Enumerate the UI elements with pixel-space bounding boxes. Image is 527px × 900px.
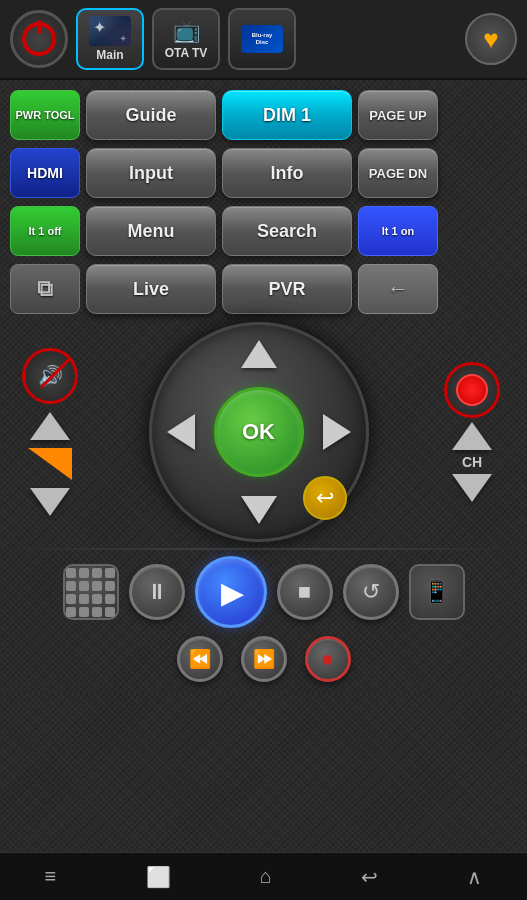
play-button[interactable]: ▶: [195, 556, 267, 628]
window-icon-button[interactable]: ⧉: [10, 264, 80, 314]
record-small-button[interactable]: ●: [305, 636, 351, 682]
replay-button[interactable]: ↺: [343, 564, 399, 620]
dpad-right[interactable]: [323, 414, 351, 450]
tab-ota-label: OTA TV: [165, 46, 208, 60]
dpad-down[interactable]: [241, 496, 277, 524]
pause-button[interactable]: ⏸: [129, 564, 185, 620]
mute-button[interactable]: 🔊: [22, 348, 78, 404]
hdmi-button[interactable]: HDMI: [10, 148, 80, 198]
grid-apps-button[interactable]: [63, 564, 119, 620]
dpad-left[interactable]: [167, 414, 195, 450]
volume-down-button[interactable]: [30, 488, 70, 516]
record-dot-icon: ●: [321, 646, 334, 672]
rewind-icon: ⏪: [189, 648, 211, 670]
android-up-button[interactable]: ∧: [467, 865, 482, 889]
tv-icon: 📺: [173, 18, 200, 44]
menu-button[interactable]: Menu: [86, 206, 216, 256]
ch-label: CH: [462, 454, 482, 470]
bluray-icon: Blu-rayDisc: [241, 25, 283, 53]
channel-up-button[interactable]: [452, 422, 492, 450]
stop-button[interactable]: ■: [277, 564, 333, 620]
playback-row-2: ⏪ ⏩ ●: [10, 636, 517, 682]
top-nav-bar: Main 📺 OTA TV Blu-rayDisc ♥: [0, 0, 527, 80]
rewind-button[interactable]: ⏪: [177, 636, 223, 682]
button-row-4: ⧉ Live PVR ←: [10, 264, 517, 314]
android-home-button[interactable]: ⌂: [260, 865, 272, 888]
dpad-up[interactable]: [241, 340, 277, 368]
page-up-button[interactable]: PAGE UP: [358, 90, 438, 140]
power-icon: [22, 22, 56, 56]
channel-column: CH: [432, 362, 512, 502]
input-button[interactable]: Input: [86, 148, 216, 198]
remote-area: PWR TOGL Guide DIM 1 PAGE UP HDMI Input …: [0, 80, 527, 694]
button-row-1: PWR TOGL Guide DIM 1 PAGE UP: [10, 90, 517, 140]
volume-indicator: [28, 448, 72, 480]
playback-row-1: ⏸ ▶ ■ ↺ 📱: [10, 556, 517, 628]
dim1-button[interactable]: DIM 1: [222, 90, 352, 140]
pvr-button[interactable]: PVR: [222, 264, 352, 314]
android-nav-bar: ≡ ⬜ ⌂ ↩ ∧: [0, 852, 527, 900]
tab-main[interactable]: Main: [76, 8, 144, 70]
fast-forward-icon: ⏩: [253, 648, 275, 670]
tab-bluray[interactable]: Blu-rayDisc: [228, 8, 296, 70]
dpad-ok[interactable]: OK: [214, 387, 304, 477]
button-row-2: HDMI Input Info PAGE DN: [10, 148, 517, 198]
search-button[interactable]: Search: [222, 206, 352, 256]
favorites-button[interactable]: ♥: [465, 13, 517, 65]
record-button[interactable]: [444, 362, 500, 418]
dpad-row: 🔊 OK ↩: [10, 322, 517, 542]
remote-settings-button[interactable]: 📱: [409, 564, 465, 620]
android-back-button[interactable]: ↩: [361, 865, 378, 889]
return-button[interactable]: ↩: [303, 476, 347, 520]
back-arrow-button[interactable]: ←: [358, 264, 438, 314]
replay-icon: ↺: [362, 579, 380, 605]
remote-icon: 📱: [423, 579, 450, 605]
pwr-togl-button[interactable]: PWR TOGL: [10, 90, 80, 140]
return-icon: ↩: [316, 485, 334, 511]
page-dn-button[interactable]: PAGE DN: [358, 148, 438, 198]
it1off-button[interactable]: It 1 off: [10, 206, 80, 256]
back-arrow-icon: ←: [387, 276, 409, 302]
it1on-button[interactable]: It 1 on: [358, 206, 438, 256]
stop-icon: ■: [298, 579, 311, 605]
pause-icon: ⏸: [146, 579, 168, 605]
dpad-container: OK ↩: [149, 322, 369, 542]
volume-column: 🔊: [15, 348, 85, 516]
guide-button[interactable]: Guide: [86, 90, 216, 140]
separator: [10, 548, 517, 550]
android-window-button[interactable]: ⬜: [146, 865, 171, 889]
live-button[interactable]: Live: [86, 264, 216, 314]
heart-icon: ♥: [483, 24, 498, 55]
fast-forward-button[interactable]: ⏩: [241, 636, 287, 682]
tab-ota-tv[interactable]: 📺 OTA TV: [152, 8, 220, 70]
android-menu-button[interactable]: ≡: [45, 865, 57, 888]
play-icon: ▶: [221, 575, 244, 610]
info-button[interactable]: Info: [222, 148, 352, 198]
window-icon: ⧉: [37, 276, 53, 302]
volume-up-button[interactable]: [30, 412, 70, 440]
main-icon: [89, 16, 131, 46]
button-row-3: It 1 off Menu Search It 1 on: [10, 206, 517, 256]
tab-main-label: Main: [96, 48, 123, 62]
power-button[interactable]: [10, 10, 68, 68]
record-icon: [456, 374, 488, 406]
grid-icon: [66, 568, 115, 617]
channel-down-button[interactable]: [452, 474, 492, 502]
